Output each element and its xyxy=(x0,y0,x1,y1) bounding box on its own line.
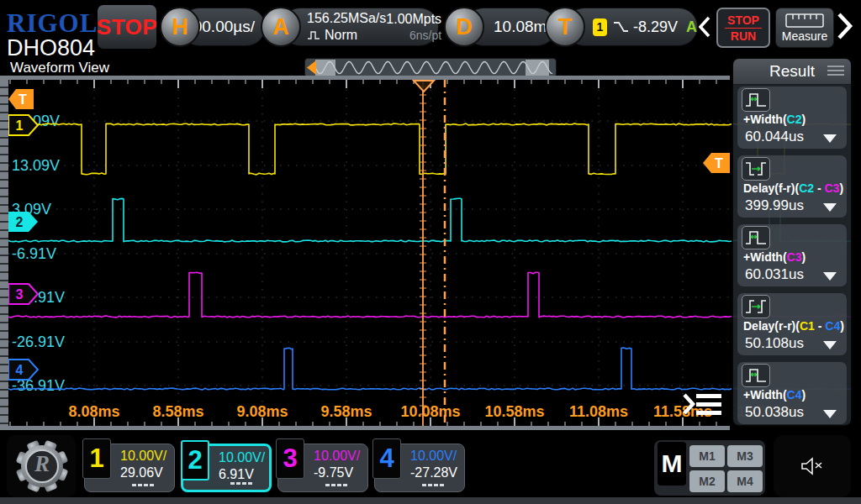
measurement-item[interactable]: +Width(C4)50.038us xyxy=(737,362,847,424)
channel-4-card[interactable]: 410.00V/-27.28V xyxy=(374,444,465,492)
dropdown-arrow-icon[interactable] xyxy=(823,410,837,418)
acquire-knob[interactable]: A xyxy=(261,7,301,47)
app-root: RIGOL STOP 500.00µs/ H 156.25MSa/s Norm … xyxy=(0,0,861,504)
coupling-dashes-icon xyxy=(132,484,156,486)
square-wave-icon xyxy=(307,30,320,40)
horizontal-position-scrollbar[interactable] xyxy=(304,58,557,77)
bottom-strip xyxy=(0,497,861,504)
dropdown-arrow-icon[interactable] xyxy=(823,203,837,212)
horizontal-knob[interactable]: H xyxy=(160,7,200,47)
measurement-item[interactable]: +Width(C2)60.044us xyxy=(737,87,847,149)
delay-fall-rise-icon xyxy=(742,157,770,181)
coupling-dashes-icon xyxy=(325,484,349,486)
measurement-label: Delay(f-r)(C2 - C3) xyxy=(743,181,843,195)
coupling-dashes-icon xyxy=(230,482,254,485)
measurement-label: +Width(C3) xyxy=(743,250,806,264)
svg-text:1: 1 xyxy=(16,118,24,133)
time-axis-label: 11.08ms xyxy=(569,403,628,420)
measurement-label: +Width(C2) xyxy=(743,113,806,126)
view-title: Waveform View xyxy=(10,60,109,76)
result-panel-header[interactable]: Result xyxy=(733,59,851,85)
math-slot-m3[interactable]: M3 xyxy=(727,445,763,467)
dropdown-arrow-icon[interactable] xyxy=(823,341,837,349)
vertical-ruler[interactable] xyxy=(0,80,8,426)
rigol-logo: RIGOL xyxy=(7,8,98,39)
math-slots: M1M3M2M4 xyxy=(689,445,763,492)
waveform-display[interactable]: 8.08ms8.58ms9.08ms9.58ms10.08ms10.58ms11… xyxy=(8,80,853,426)
volt-axis-label: -6.91V xyxy=(12,245,56,262)
channel-1-number: 1 xyxy=(82,438,111,479)
speaker-muted-icon xyxy=(800,456,825,476)
chevron-left-icon[interactable] xyxy=(699,16,712,38)
horizontal-ruler[interactable] xyxy=(0,426,730,430)
svg-text:3: 3 xyxy=(16,287,24,302)
time-resolution: 6ns/pt xyxy=(409,29,441,42)
measurement-item[interactable]: +Width(C3)60.031us xyxy=(737,224,847,286)
measurement-value: 50.038us xyxy=(745,404,804,421)
measurement-value: 50.108us xyxy=(745,335,804,352)
menu-icon[interactable] xyxy=(827,66,844,76)
time-axis-label: 10.58ms xyxy=(484,403,544,420)
channel-1-card[interactable]: 110.00V/29.06V xyxy=(84,444,175,492)
delay-knob[interactable]: D xyxy=(444,7,484,47)
rigol-gear-button[interactable]: R xyxy=(7,435,76,497)
memory-depth: 1.00Mpts xyxy=(386,12,441,27)
channel-scale-value: 10.00V/ xyxy=(120,449,166,464)
pulse-width-icon xyxy=(742,226,770,249)
math-slot-m1[interactable]: M1 xyxy=(689,445,725,467)
channel-4-number: 4 xyxy=(372,438,401,479)
waveform-overview-icon xyxy=(305,59,556,76)
math-panel: M M1M3M2M4 xyxy=(654,440,765,496)
delay-rise-rise-icon xyxy=(742,295,770,318)
svg-text:4: 4 xyxy=(16,363,24,377)
result-panel-title: Result xyxy=(769,62,815,81)
gear-logo-letter: R xyxy=(15,451,69,477)
dropdown-arrow-icon[interactable] xyxy=(823,272,837,281)
measurement-label: +Width(C4) xyxy=(743,388,806,402)
channel-offset-value: -9.75V xyxy=(314,465,353,480)
measurement-value: 60.031us xyxy=(745,266,804,283)
measurement-value: 399.99us xyxy=(745,197,804,214)
trigger-level-value: -8.29V xyxy=(633,18,678,36)
chevron-right-icon[interactable] xyxy=(836,12,854,40)
measurement-item[interactable]: Delay(r-r)(C1 - C4)50.108us xyxy=(737,293,847,355)
measurement-list: +Width(C2)60.044usDelay(f-r)(C2 - C3)399… xyxy=(733,85,851,433)
measurement-item[interactable]: Delay(f-r)(C2 - C3)399.99us xyxy=(737,155,847,218)
channel-scale-value: 10.00V/ xyxy=(314,449,360,464)
result-panel: Result +Width(C2)60.044usDelay(f-r)(C2 -… xyxy=(732,57,853,427)
svg-text:2: 2 xyxy=(16,215,24,229)
volt-axis-label: 13.09V xyxy=(12,157,60,174)
channel-3-card[interactable]: 310.00V/-9.75V xyxy=(277,444,368,492)
trigger-sweep-mode: A xyxy=(686,18,697,36)
math-button[interactable]: M xyxy=(658,442,686,486)
sound-mute-button[interactable] xyxy=(774,435,851,497)
math-slot-m2[interactable]: M2 xyxy=(689,470,725,492)
trigger-source-badge: 1 xyxy=(593,18,607,36)
measure-button[interactable]: Measure xyxy=(775,8,834,48)
sample-rate: 156.25MSa/s xyxy=(307,11,386,26)
measurement-value: 60.044us xyxy=(745,129,804,145)
run-stop-button[interactable]: STOP RUN xyxy=(716,8,770,48)
acquisition-status-badge: STOP xyxy=(98,5,156,49)
channel-scale-value: 10.00V/ xyxy=(410,449,457,464)
channel-3-number: 3 xyxy=(276,438,304,479)
coupling-dashes-icon xyxy=(422,484,446,486)
channel-2-card[interactable]: 210.00V/6.91V xyxy=(181,444,272,492)
dropdown-arrow-icon[interactable] xyxy=(823,134,837,143)
run-stop-label-run: RUN xyxy=(731,29,756,43)
pulse-width-icon xyxy=(742,88,770,112)
time-axis-label: 10.08ms xyxy=(400,403,460,420)
acquire-pill[interactable]: 156.25MSa/s Norm 1.00Mpts 6ns/pt xyxy=(281,8,439,46)
measurement-label: Delay(r-r)(C1 - C4) xyxy=(743,319,844,333)
acquire-mode: Norm xyxy=(325,28,357,43)
math-slot-m4[interactable]: M4 xyxy=(727,470,763,492)
model-label: DHO804 xyxy=(7,35,95,61)
trigger-knob[interactable]: T xyxy=(545,7,585,47)
time-axis-label: 9.58ms xyxy=(320,403,372,420)
volt-axis-label: -26.91V xyxy=(12,333,65,350)
channel-2-number: 2 xyxy=(181,440,209,480)
ruler-icon xyxy=(785,13,824,28)
run-stop-label-stop: STOP xyxy=(725,13,762,29)
gear-icon: R xyxy=(15,439,69,493)
channel-offset-value: 29.06V xyxy=(120,465,163,480)
